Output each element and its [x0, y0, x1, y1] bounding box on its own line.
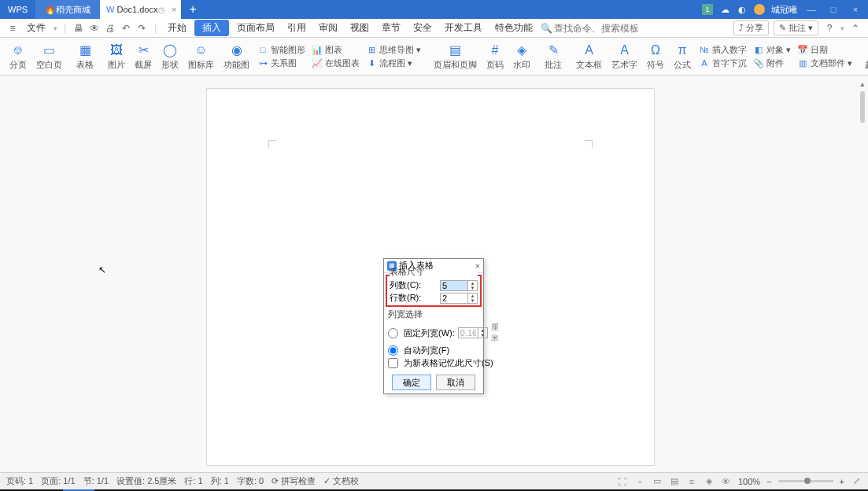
- ribbon-screenshot[interactable]: ✂截屏: [130, 39, 157, 74]
- tab-special[interactable]: 特色功能: [490, 20, 537, 36]
- tab-section[interactable]: 章节: [377, 20, 405, 36]
- ribbon-table[interactable]: ▦表格: [72, 39, 98, 74]
- tab-insert[interactable]: 插入: [194, 20, 229, 36]
- undo-icon[interactable]: ↶: [120, 22, 132, 35]
- ribbon-pagebreak[interactable]: ⎊分页: [5, 39, 31, 74]
- help-icon[interactable]: ?: [823, 22, 836, 35]
- tab-security[interactable]: 安全: [408, 20, 437, 36]
- status-words[interactable]: 字数: 0: [237, 475, 264, 487]
- rows-input[interactable]: [441, 293, 467, 303]
- columns-down-icon[interactable]: ▼: [468, 286, 477, 290]
- fixed-width-radio[interactable]: [388, 328, 398, 338]
- tab-reference[interactable]: 引用: [283, 20, 311, 36]
- zoom-value[interactable]: 100%: [738, 477, 760, 486]
- cancel-button[interactable]: 取消: [436, 375, 475, 390]
- ribbon-iconlib[interactable]: ☺图标库: [183, 39, 219, 74]
- auto-width-radio[interactable]: [388, 345, 398, 356]
- zoom-knob[interactable]: [804, 478, 811, 484]
- fullscreen-icon[interactable]: ⛶: [617, 476, 628, 487]
- tab-close-icon[interactable]: ×: [172, 5, 176, 14]
- search-box[interactable]: 🔍: [541, 23, 641, 34]
- view-draft-icon[interactable]: ◈: [704, 476, 715, 487]
- zoom-out-button[interactable]: −: [766, 477, 771, 486]
- status-col[interactable]: 列: 1: [211, 475, 229, 487]
- tab-msg-icon[interactable]: ◷: [158, 6, 165, 14]
- avatar[interactable]: [754, 4, 765, 15]
- ok-button[interactable]: 确定: [392, 375, 431, 390]
- ribbon-smartart[interactable]: □智能图形: [257, 44, 305, 56]
- ribbon-mindmap[interactable]: ⊞思维导图 ▾: [366, 44, 421, 56]
- maximize-button[interactable]: □: [826, 5, 841, 14]
- menu-icon[interactable]: ≡: [6, 22, 19, 35]
- file-menu[interactable]: 文件: [22, 20, 50, 36]
- ribbon-chart[interactable]: 📊图表: [312, 44, 360, 56]
- remember-checkbox[interactable]: [388, 358, 398, 368]
- ribbon-dropcap[interactable]: A首字下沉: [699, 57, 747, 69]
- rows-spinner[interactable]: ▲▼: [440, 293, 478, 304]
- ribbon-symbol[interactable]: Ω符号: [642, 39, 669, 74]
- fit-icon[interactable]: ⤢: [851, 476, 862, 487]
- ribbon-pagenum[interactable]: #页码: [482, 39, 508, 74]
- ribbon-shape[interactable]: ◯形状: [157, 39, 183, 74]
- tab-doc[interactable]: W Doc1.docx ◷ ×: [100, 0, 181, 19]
- ribbon-watermark[interactable]: ◈水印: [508, 39, 535, 74]
- dialog-close-button[interactable]: ×: [475, 261, 480, 271]
- scroll-thumb[interactable]: [860, 91, 865, 123]
- fixed-down-icon[interactable]: ▼: [478, 333, 487, 338]
- skin-icon[interactable]: ◐: [737, 4, 748, 15]
- ribbon-flowchart[interactable]: ⬇流程图 ▾: [366, 57, 421, 69]
- ribbon-comment[interactable]: ✎批注: [540, 39, 567, 74]
- columns-input[interactable]: [441, 281, 467, 290]
- status-pages[interactable]: 页面: 1/1: [41, 475, 75, 487]
- search-input[interactable]: [554, 23, 641, 34]
- cloud-icon[interactable]: ☁: [719, 4, 730, 15]
- vertical-scrollbar[interactable]: ▲: [859, 80, 866, 466]
- tab-view[interactable]: 视图: [345, 20, 374, 36]
- ribbon-object[interactable]: ◧对象 ▾: [753, 44, 791, 56]
- ribbon-headerfooter[interactable]: ▤页眉和页脚: [429, 39, 482, 74]
- ribbon-equation[interactable]: π公式: [669, 39, 696, 74]
- ribbon-funcplot[interactable]: ◉功能图: [219, 39, 254, 74]
- annotate-button[interactable]: ✎ 批注 ▾: [774, 20, 818, 35]
- status-section[interactable]: 节: 1/1: [83, 475, 109, 487]
- status-spell[interactable]: ⟳ 拼写检查: [271, 475, 316, 487]
- ribbon-insertnum[interactable]: №插入数字: [699, 44, 747, 56]
- collapse-ribbon-icon[interactable]: ⌃: [849, 22, 862, 35]
- minimize-button[interactable]: —: [803, 5, 819, 14]
- save-icon[interactable]: 🖶: [72, 22, 85, 35]
- status-line[interactable]: 行: 1: [184, 475, 202, 487]
- tab-layout[interactable]: 页面布局: [232, 20, 279, 36]
- ribbon-hyperlink[interactable]: 🔗超链接: [860, 39, 868, 74]
- file-dropdown-icon[interactable]: ▾: [54, 24, 57, 32]
- tab-review[interactable]: 审阅: [314, 20, 342, 36]
- tab-start[interactable]: 开始: [163, 20, 191, 36]
- share-button[interactable]: ⤴ 分享: [733, 20, 769, 35]
- username[interactable]: 城冠曦: [771, 4, 797, 16]
- close-button[interactable]: ×: [848, 5, 863, 14]
- fixed-width-input[interactable]: [459, 328, 478, 338]
- view-print-icon[interactable]: ▫: [634, 476, 645, 487]
- view-web-icon[interactable]: ▤: [669, 476, 680, 487]
- status-setval[interactable]: 设置值: 2.5厘米: [116, 475, 176, 487]
- ribbon-blank[interactable]: ▭空白页: [31, 39, 67, 74]
- ribbon-date[interactable]: 📅日期: [797, 44, 852, 56]
- ribbon-docpart[interactable]: ▥文档部件 ▾: [797, 57, 852, 69]
- ribbon-relation[interactable]: ⊶关系图: [257, 57, 305, 69]
- rows-down-icon[interactable]: ▼: [468, 298, 477, 303]
- view-outline-icon[interactable]: ≡: [686, 476, 697, 487]
- columns-spinner[interactable]: ▲▼: [440, 280, 478, 291]
- tab-store[interactable]: 🔥 稻壳商城: [35, 0, 100, 19]
- scroll-up-icon[interactable]: ▲: [859, 80, 866, 88]
- ribbon-textbox[interactable]: A文本框: [571, 39, 607, 74]
- badge[interactable]: 1: [702, 4, 713, 15]
- fixed-width-spinner[interactable]: ▲▼: [458, 327, 488, 338]
- ribbon-wordart[interactable]: A艺术字: [607, 39, 642, 74]
- ribbon-image[interactable]: 🖼图片: [103, 39, 130, 74]
- tab-wps[interactable]: WPS: [0, 0, 35, 19]
- status-docfix[interactable]: ✓ 文档校: [323, 475, 359, 487]
- zoom-slider[interactable]: [778, 480, 833, 482]
- add-tab-button[interactable]: +: [181, 2, 204, 17]
- print-preview-icon[interactable]: 👁: [88, 22, 101, 35]
- redo-icon[interactable]: ↷: [135, 22, 148, 35]
- ribbon-onlinechart[interactable]: 📈在线图表: [312, 57, 360, 69]
